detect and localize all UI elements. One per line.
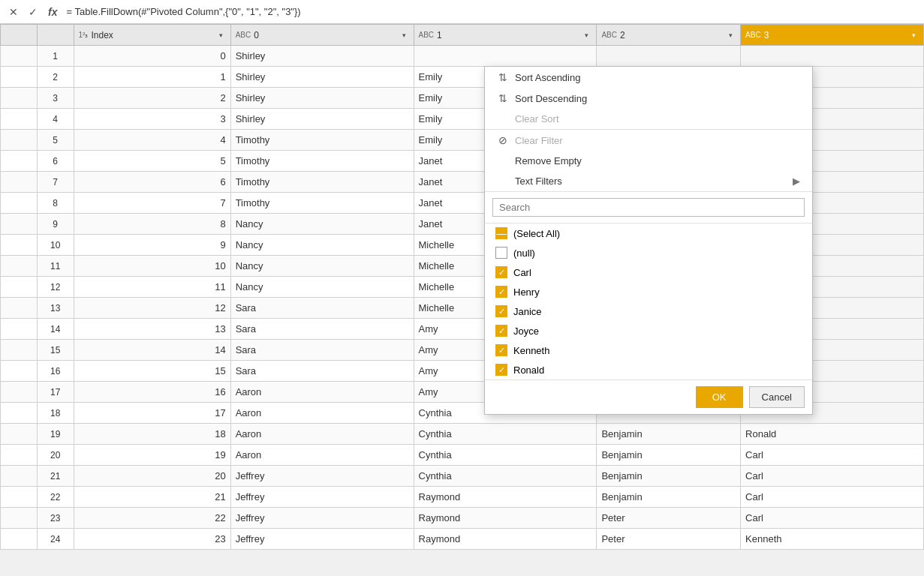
- checkbox-select-all[interactable]: —: [495, 227, 507, 239]
- checkbox-henry[interactable]: ✓: [495, 286, 507, 298]
- col-2-dropdown[interactable]: ▾: [726, 30, 736, 40]
- row-number: 24: [37, 529, 74, 550]
- row-number: 20: [37, 445, 74, 466]
- row-corner-cell: [1, 361, 38, 382]
- col0-cell: Shirley: [230, 67, 414, 88]
- col-index-label: Index: [91, 30, 113, 40]
- checkbox-item-kenneth[interactable]: ✓Kenneth: [485, 340, 812, 360]
- col-index-header: 1²₃ Index ▾: [74, 25, 230, 46]
- col0-cell: Aaron: [230, 424, 414, 445]
- checkbox-item-henry[interactable]: ✓Henry: [485, 282, 812, 302]
- check-icon[interactable]: ✓: [26, 4, 41, 20]
- checkbox-ronald[interactable]: ✓: [495, 364, 507, 376]
- col3-cell: Carl: [741, 445, 924, 466]
- col0-cell: Timothy: [230, 130, 414, 151]
- close-icon[interactable]: ✕: [6, 4, 21, 20]
- checkbox-carl[interactable]: ✓: [495, 266, 507, 278]
- col1-cell: Raymond: [414, 529, 597, 550]
- fx-icon: fx: [45, 4, 60, 20]
- sort-filter-section: ⇅ Sort Ascending ⇅ Sort Descending Clear…: [485, 67, 812, 130]
- clear-filter-label: Clear Filter: [515, 135, 563, 146]
- text-filters-item[interactable]: Text Filters ▶: [485, 171, 812, 191]
- formula-input[interactable]: [66, 6, 918, 17]
- col0-cell: Aaron: [230, 445, 414, 466]
- row-number: 7: [37, 172, 74, 193]
- index-cell: 13: [74, 319, 230, 340]
- col0-cell: Jeffrey: [230, 487, 414, 508]
- index-cell: 22: [74, 508, 230, 529]
- col2-cell: Benjamin: [597, 487, 741, 508]
- row-corner-cell: [1, 340, 38, 361]
- checkbox-item-select-all[interactable]: —(Select All): [485, 224, 812, 243]
- col-1-label: 1: [437, 30, 442, 40]
- col-3-dropdown[interactable]: ▾: [909, 30, 919, 40]
- index-cell: 12: [74, 298, 230, 319]
- col0-cell: Sara: [230, 298, 414, 319]
- row-number: 11: [37, 256, 74, 277]
- row-number: 16: [37, 361, 74, 382]
- col1-cell: Raymond: [414, 487, 597, 508]
- corner-cell: [1, 25, 38, 46]
- table-row: 2120JeffreyCynthiaBenjaminCarl: [1, 466, 924, 487]
- checkbox-janice[interactable]: ✓: [495, 305, 507, 317]
- filter-section: ⊘ Clear Filter Remove Empty Text Filters…: [485, 130, 812, 192]
- row-corner-cell: [1, 466, 38, 487]
- col-0-dropdown[interactable]: ▾: [399, 30, 409, 40]
- col3-cell: Carl: [741, 487, 924, 508]
- sort-descending-item[interactable]: ⇅ Sort Descending: [485, 88, 812, 109]
- search-input[interactable]: [492, 198, 805, 217]
- row-corner-cell: [1, 67, 38, 88]
- row-number: 17: [37, 382, 74, 403]
- row-corner-cell: [1, 172, 38, 193]
- checkbox-label-ronald: Ronald: [513, 364, 544, 376]
- checkbox-joyce[interactable]: ✓: [495, 325, 507, 337]
- checkbox-kenneth[interactable]: ✓: [495, 344, 507, 356]
- sort-ascending-label: Sort Ascending: [515, 72, 580, 83]
- col-2-label: 2: [620, 30, 625, 40]
- checkbox-label-kenneth: Kenneth: [513, 345, 549, 356]
- checkbox-item-joyce[interactable]: ✓Joyce: [485, 321, 812, 340]
- cancel-button[interactable]: Cancel: [749, 386, 805, 408]
- ok-button[interactable]: OK: [696, 386, 743, 408]
- checkbox-label-null: (null): [513, 248, 535, 259]
- col-0-header: ABC 0 ▾: [230, 25, 414, 46]
- sort-descending-label: Sort Descending: [515, 93, 587, 104]
- checkbox-item-carl[interactable]: ✓Carl: [485, 262, 812, 282]
- checkbox-item-ronald[interactable]: ✓Ronald: [485, 360, 812, 380]
- col-index-dropdown[interactable]: ▾: [216, 30, 226, 40]
- col-1-dropdown[interactable]: ▾: [582, 30, 591, 40]
- col0-cell: Timothy: [230, 151, 414, 172]
- col0-cell: Nancy: [230, 214, 414, 235]
- col0-cell: Shirley: [230, 109, 414, 130]
- row-number: 12: [37, 277, 74, 298]
- col-2-header: ABC 2 ▾: [597, 25, 741, 46]
- row-corner-cell: [1, 298, 38, 319]
- row-corner-cell: [1, 487, 38, 508]
- checkbox-null[interactable]: [495, 247, 507, 259]
- col-0-label: 0: [254, 30, 259, 40]
- sort-ascending-item[interactable]: ⇅ Sort Ascending: [485, 67, 812, 88]
- main-area: 1²₃ Index ▾ ABC 0 ▾: [0, 24, 924, 576]
- col1-cell: Cynthia: [414, 466, 597, 487]
- column-filter-dropdown: ⇅ Sort Ascending ⇅ Sort Descending Clear…: [484, 66, 813, 415]
- clear-filter-item: ⊘ Clear Filter: [485, 130, 812, 151]
- index-cell: 11: [74, 277, 230, 298]
- col0-cell: Timothy: [230, 193, 414, 214]
- table-row: 2423JeffreyRaymondPeterKenneth: [1, 529, 924, 550]
- table-row: 2322JeffreyRaymondPeterCarl: [1, 508, 924, 529]
- checkbox-item-janice[interactable]: ✓Janice: [485, 302, 812, 321]
- col-0-type-icon: ABC: [236, 31, 251, 39]
- row-number: 22: [37, 487, 74, 508]
- checkbox-item-null[interactable]: (null): [485, 243, 812, 262]
- col0-cell: Jeffrey: [230, 508, 414, 529]
- row-number: 6: [37, 151, 74, 172]
- col2-cell: Benjamin: [597, 466, 741, 487]
- index-cell: 10: [74, 256, 230, 277]
- remove-empty-item[interactable]: Remove Empty: [485, 151, 812, 171]
- remove-empty-label: Remove Empty: [515, 155, 582, 166]
- col0-cell: Nancy: [230, 235, 414, 256]
- col3-cell: [741, 46, 924, 67]
- text-filters-arrow: ▶: [793, 176, 800, 187]
- index-cell: 7: [74, 193, 230, 214]
- index-cell: 15: [74, 361, 230, 382]
